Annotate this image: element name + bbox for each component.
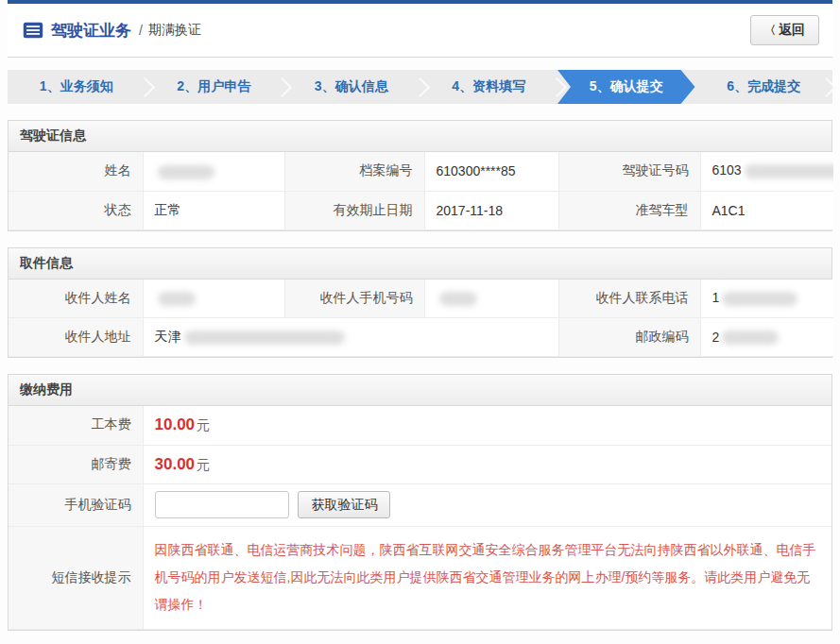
step-5-confirm-submit-active[interactable]: 5、确认提交 bbox=[557, 70, 695, 104]
recipient-phone-value: 1 bbox=[700, 280, 833, 318]
masked-phone bbox=[722, 292, 797, 306]
get-sms-code-button[interactable]: 获取验证码 bbox=[298, 491, 390, 518]
fees-table: 工本费 10.00元 邮寄费 30.00元 手机验证码 获取验证码 短信接收提示… bbox=[9, 406, 831, 630]
postcode-label: 邮政编码 bbox=[558, 318, 700, 357]
table-row: 收件人姓名 收件人手机号码 收件人联系电话 1 bbox=[9, 280, 833, 318]
masked-name bbox=[158, 165, 214, 179]
table-row: 手机验证码 获取验证码 bbox=[9, 483, 831, 526]
recipient-address-label: 收件人地址 bbox=[9, 318, 143, 357]
expiry-label: 有效期止日期 bbox=[284, 191, 424, 229]
postage-fee-value: 30.00元 bbox=[143, 445, 831, 483]
table-row: 邮寄费 30.00元 bbox=[9, 445, 831, 483]
license-info-table: 姓名 档案编号 610300****85 驾驶证号码 6103（ 状态 正常 有… bbox=[9, 152, 833, 230]
file-no-value: 610300****85 bbox=[424, 152, 558, 191]
recipient-address-value: 天津 bbox=[143, 318, 558, 357]
production-fee-amount: 10.00 bbox=[155, 415, 196, 433]
breadcrumb-current: 期满换证 bbox=[148, 22, 201, 39]
chevron-left-icon: 〈 bbox=[764, 24, 776, 37]
step-3-confirm-info[interactable]: 3、确认信息 bbox=[283, 70, 420, 104]
vehicle-class-label: 准驾车型 bbox=[558, 191, 700, 229]
recipient-mobile-value bbox=[424, 280, 558, 318]
page-header: 驾驶证业务 / 期满换证 〈返回 bbox=[8, 4, 832, 58]
table-row: 工本费 10.00元 bbox=[9, 406, 831, 445]
pickup-info-section: 取件信息 收件人姓名 收件人手机号码 收件人联系电话 1 收件人地址 天津 邮政… bbox=[8, 247, 832, 359]
back-button[interactable]: 〈返回 bbox=[750, 15, 819, 45]
table-row: 短信接收提示 因陕西省联通、电信运营商技术问题，陕西省互联网交通安全综合服务管理… bbox=[9, 526, 831, 629]
recipient-phone-label: 收件人联系电话 bbox=[558, 280, 700, 318]
fees-section-title: 缴纳费用 bbox=[9, 375, 831, 406]
sms-notice-text: 因陕西省联通、电信运营商技术问题，陕西省互联网交通安全综合服务管理平台无法向持陕… bbox=[155, 536, 821, 619]
pickup-info-table: 收件人姓名 收件人手机号码 收件人联系电话 1 收件人地址 天津 邮政编码 2 bbox=[9, 280, 833, 358]
recipient-mobile-label: 收件人手机号码 bbox=[284, 280, 424, 318]
masked-mobile bbox=[439, 292, 477, 306]
expiry-value: 2017-11-18 bbox=[424, 191, 558, 229]
file-no-label: 档案编号 bbox=[284, 152, 424, 191]
license-no-value: 6103（ bbox=[700, 152, 833, 191]
postage-fee-amount: 30.00 bbox=[155, 455, 196, 473]
status-value: 正常 bbox=[143, 191, 284, 229]
phone-prefix: 1 bbox=[712, 290, 720, 305]
masked-license-no bbox=[745, 164, 833, 178]
sms-notice-label: 短信接收提示 bbox=[9, 526, 143, 629]
recipient-name-label: 收件人姓名 bbox=[9, 280, 143, 318]
back-button-label: 返回 bbox=[779, 22, 805, 37]
address-prefix: 天津 bbox=[155, 329, 181, 344]
license-section-title: 驾驶证信息 bbox=[9, 121, 831, 152]
sms-code-input[interactable] bbox=[155, 491, 289, 518]
status-label: 状态 bbox=[9, 191, 143, 229]
license-business-icon bbox=[23, 22, 43, 39]
masked-address bbox=[184, 330, 345, 345]
production-fee-label: 工本费 bbox=[9, 406, 143, 445]
production-fee-value: 10.00元 bbox=[143, 406, 831, 445]
table-row: 收件人地址 天津 邮政编码 2 bbox=[9, 318, 833, 357]
step-wizard: 1、业务须知 2、用户申告 3、确认信息 4、资料填写 5、确认提交 6、完成提… bbox=[8, 70, 832, 104]
vehicle-class-value: A1C1 bbox=[700, 191, 833, 229]
step-6-complete-submit[interactable]: 6、完成提交 bbox=[695, 70, 833, 104]
page-container: 驾驶证业务 / 期满换证 〈返回 1、业务须知 2、用户申告 3、确认信息 4、… bbox=[8, 0, 832, 644]
masked-postcode bbox=[722, 330, 779, 345]
postcode-prefix: 2 bbox=[712, 330, 720, 345]
sms-code-label: 手机验证码 bbox=[9, 483, 143, 526]
production-fee-unit: 元 bbox=[197, 417, 210, 432]
step-2-user-declaration[interactable]: 2、用户申告 bbox=[146, 70, 283, 104]
pickup-section-title: 取件信息 bbox=[9, 248, 831, 280]
sms-notice-cell: 因陕西省联通、电信运营商技术问题，陕西省互联网交通安全综合服务管理平台无法向持陕… bbox=[143, 526, 831, 629]
page-title: 驾驶证业务 bbox=[51, 20, 131, 42]
step-4-fill-data[interactable]: 4、资料填写 bbox=[420, 70, 558, 104]
fees-section: 缴纳费用 工本费 10.00元 邮寄费 30.00元 手机验证码 获取验证码 短… bbox=[8, 374, 832, 631]
license-info-section: 驾驶证信息 姓名 档案编号 610300****85 驾驶证号码 6103（ 状… bbox=[8, 120, 832, 231]
breadcrumb-separator: / bbox=[139, 23, 143, 38]
postcode-value: 2 bbox=[700, 318, 833, 357]
recipient-name-value bbox=[143, 280, 284, 318]
table-row: 姓名 档案编号 610300****85 驾驶证号码 6103（ bbox=[9, 152, 833, 191]
sms-code-cell: 获取验证码 bbox=[143, 483, 831, 526]
step-1-business-notice[interactable]: 1、业务须知 bbox=[8, 70, 146, 104]
license-no-label: 驾驶证号码 bbox=[558, 152, 700, 191]
postage-fee-label: 邮寄费 bbox=[9, 445, 143, 483]
table-row: 状态 正常 有效期止日期 2017-11-18 准驾车型 A1C1 bbox=[9, 191, 833, 229]
name-label: 姓名 bbox=[9, 152, 143, 191]
license-no-prefix: 6103 bbox=[712, 162, 742, 178]
postage-fee-unit: 元 bbox=[197, 457, 210, 472]
name-value bbox=[143, 152, 284, 191]
footer-actions: 上一步 完成 bbox=[8, 631, 832, 644]
masked-recipient-name bbox=[158, 292, 196, 306]
